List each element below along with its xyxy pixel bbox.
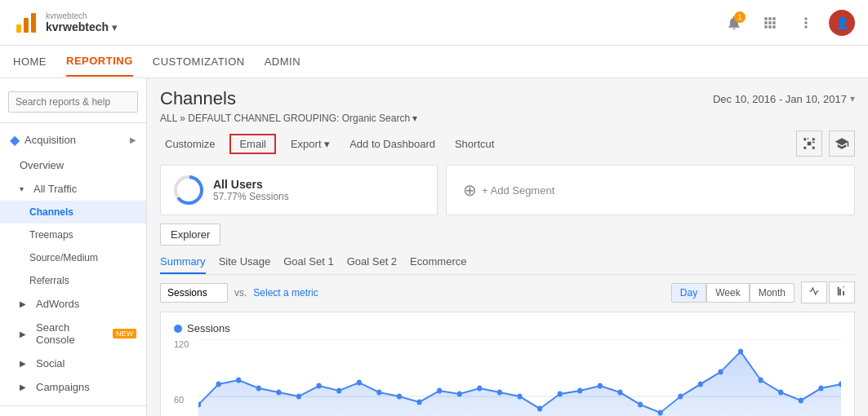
svg-rect-8: [812, 142, 815, 144]
sidebar-item-channels[interactable]: Channels: [0, 201, 146, 223]
svg-point-28: [457, 392, 462, 397]
sidebar-item-label: Acquisition: [24, 134, 76, 146]
avatar[interactable]: 👤: [829, 10, 855, 36]
chevron-right-icon: ▶: [20, 299, 26, 308]
apps-button[interactable]: [757, 10, 783, 36]
breadcrumb-all[interactable]: ALL: [160, 113, 177, 124]
chevron-right-icon: ▶: [20, 383, 26, 392]
sidebar-item-overview[interactable]: Overview: [0, 153, 146, 177]
nav-bar: HOME REPORTING CUSTOMIZATION ADMIN: [0, 46, 868, 78]
sidebar-item-search-console[interactable]: ▶ Search Console NEW: [0, 316, 146, 352]
breadcrumb-filter[interactable]: Organic Search: [342, 113, 410, 124]
svg-point-42: [738, 349, 743, 355]
period-month-button[interactable]: Month: [750, 283, 795, 303]
period-buttons: Day Week Month: [671, 283, 795, 303]
segment-card-all-users: All Users 57.77% Sessions: [160, 165, 438, 215]
breadcrumb: ALL » DEFAULT CHANNEL GROUPING: Organic …: [160, 113, 855, 124]
qr-code-button[interactable]: [796, 131, 822, 157]
notification-badge: 1: [734, 11, 746, 23]
breadcrumb-default: DEFAULT CHANNEL GROUPING:: [188, 113, 339, 124]
sidebar-item-acquisition[interactable]: ◆ Acquisition ▶: [0, 126, 146, 153]
line-chart-icon: [808, 285, 820, 297]
chevron-right-icon: ▶: [20, 330, 26, 339]
toolbar: Customize Email Export ▾ Add to Dashboar…: [160, 131, 855, 157]
add-segment-icon: ⊕: [463, 180, 477, 200]
bar-chart-icon: [836, 285, 848, 297]
svg-point-33: [558, 392, 563, 397]
sidebar-item-source-medium[interactable]: Source/Medium: [0, 246, 146, 269]
more-vert-icon: [798, 15, 814, 31]
shortcut-button[interactable]: Shortcut: [450, 135, 499, 153]
segment-bar: All Users 57.77% Sessions ⊕ + Add Segmen…: [160, 165, 855, 215]
svg-point-29: [477, 386, 482, 392]
chevron-down-icon: ▾: [20, 184, 24, 193]
tab-ecommerce[interactable]: Ecommerce: [410, 252, 466, 274]
sidebar-item-campaigns[interactable]: ▶ Campaigns: [0, 375, 146, 399]
customize-button[interactable]: Customize: [160, 135, 220, 153]
tab-goal-set-1[interactable]: Goal Set 1: [283, 252, 333, 274]
tab-row: Summary Site Usage Goal Set 1 Goal Set 2…: [160, 252, 855, 275]
date-range-arrow: ▾: [850, 93, 855, 104]
ga-logo-icon: [13, 10, 39, 36]
segment-donut-chart: [172, 174, 205, 206]
chevron-right-icon: ▶: [130, 135, 136, 144]
tab-site-usage[interactable]: Site Usage: [219, 252, 271, 274]
export-label: Export: [291, 138, 322, 150]
bar-chart-button[interactable]: [829, 281, 855, 303]
more-button[interactable]: [793, 10, 819, 36]
email-button[interactable]: Email: [229, 134, 276, 154]
notifications-button[interactable]: 1: [721, 10, 747, 36]
content-area: Channels Dec 10, 2016 - Jan 10, 2017 ▾ A…: [147, 78, 868, 416]
sidebar-item-referrals[interactable]: Referrals: [0, 269, 146, 292]
date-range-picker[interactable]: Dec 10, 2016 - Jan 10, 2017 ▾: [713, 93, 855, 105]
sidebar-item-adwords[interactable]: ▶ AdWords: [0, 292, 146, 316]
legend-label: Sessions: [187, 322, 230, 334]
metric-select-wrapper: Sessions: [160, 283, 228, 303]
export-arrow: ▾: [324, 138, 330, 150]
sidebar-item-label: Search Console: [36, 321, 103, 346]
sidebar-item-treemaps[interactable]: Treemaps: [0, 223, 146, 246]
sidebar-item-label: Source/Medium: [29, 252, 98, 263]
export-button[interactable]: Export ▾: [286, 135, 335, 153]
period-day-button[interactable]: Day: [671, 283, 706, 303]
line-chart-button[interactable]: [801, 281, 827, 303]
breadcrumb-filter-arrow[interactable]: ▾: [412, 113, 417, 124]
add-dashboard-button[interactable]: Add to Dashboard: [345, 135, 440, 153]
nav-customization[interactable]: CUSTOMIZATION: [153, 47, 245, 76]
help-button[interactable]: [829, 131, 855, 157]
svg-point-16: [216, 382, 221, 387]
sidebar-item-behavior[interactable]: ◫ Behavior: [0, 409, 146, 416]
toolbar-icons: [796, 131, 855, 157]
sidebar-item-label: Social: [36, 357, 65, 370]
sidebar: ◆ Acquisition ▶ Overview ▾ All Traffic C…: [0, 78, 147, 416]
period-week-button[interactable]: Week: [706, 283, 749, 303]
metric-select[interactable]: Sessions: [160, 283, 228, 303]
svg-point-38: [658, 410, 663, 416]
vs-label: vs.: [234, 287, 247, 299]
svg-point-37: [638, 402, 643, 408]
add-segment-button[interactable]: ⊕ + Add Segment: [446, 165, 855, 215]
sidebar-item-label: Campaigns: [36, 381, 90, 393]
svg-rect-0: [16, 24, 21, 33]
nav-admin[interactable]: ADMIN: [265, 47, 300, 76]
sidebar-item-all-traffic[interactable]: ▾ All Traffic: [0, 177, 146, 201]
chart-legend: Sessions: [174, 322, 841, 334]
nav-home[interactable]: HOME: [13, 47, 47, 76]
top-icons: 1 👤: [721, 10, 855, 36]
svg-point-46: [818, 386, 823, 392]
line-chart-svg: [198, 339, 841, 416]
segment-sub: 57.77% Sessions: [213, 191, 289, 202]
sidebar-item-label: Overview: [20, 159, 64, 171]
tab-goal-set-2[interactable]: Goal Set 2: [347, 252, 397, 274]
select-metric-link[interactable]: Select a metric: [253, 287, 318, 299]
sidebar-item-label: Channels: [29, 206, 73, 218]
nav-reporting[interactable]: REPORTING: [66, 46, 133, 77]
tab-summary[interactable]: Summary: [160, 252, 206, 274]
search-input[interactable]: [8, 91, 138, 113]
svg-rect-5: [812, 138, 815, 140]
svg-point-17: [236, 378, 241, 383]
sidebar-item-social[interactable]: ▶ Social: [0, 352, 146, 375]
sidebar-item-label: Referrals: [29, 275, 69, 286]
explorer-button[interactable]: Explorer: [160, 223, 220, 246]
y-axis-60: 60: [174, 395, 184, 405]
